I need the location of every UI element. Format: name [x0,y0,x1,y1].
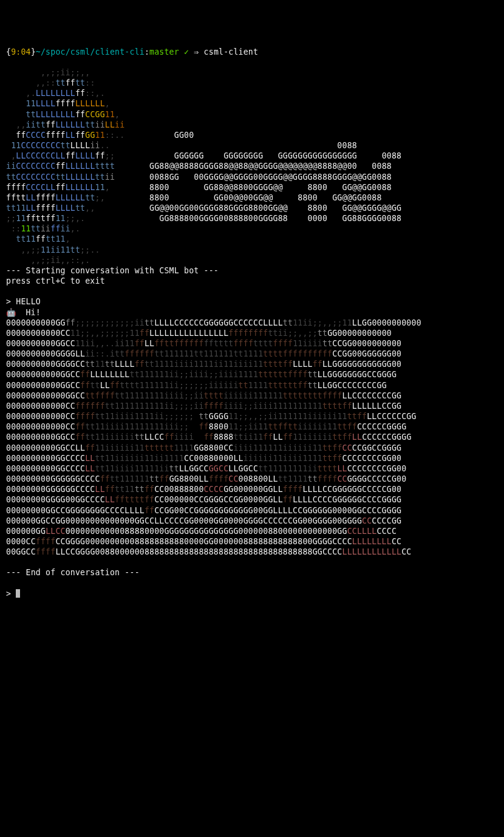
user-input-line: > HELLO [6,297,41,306]
ascii-logo: ,,;;ii;;,, ,,::ttfftt:: ,.LLLLLLLLff::,.… [6,68,401,265]
exit-hint: press ctrl+C to exit [6,276,105,285]
cursor-icon [16,589,20,598]
conversation-start: --- Starting conversation with CSML bot … [6,266,219,275]
prompt-line: {9:04}~/spoc/csml/client-cli:master ✓ ⇒ … [6,47,258,56]
conversation-end: --- End of conversation --- [6,568,140,577]
bot-reply-line: 🤖 Hi! [6,308,41,317]
terminal[interactable]: {9:04}~/spoc/csml/client-cli:master ✓ ⇒ … [6,47,498,599]
input-prompt[interactable]: > [6,589,20,598]
command-text: csml-client [204,47,259,56]
ascii-art-block: 0000000000GGff;;;;;;;;;;;;iittLLLLCCCCCC… [6,318,421,556]
robot-icon: 🤖 [6,308,16,317]
